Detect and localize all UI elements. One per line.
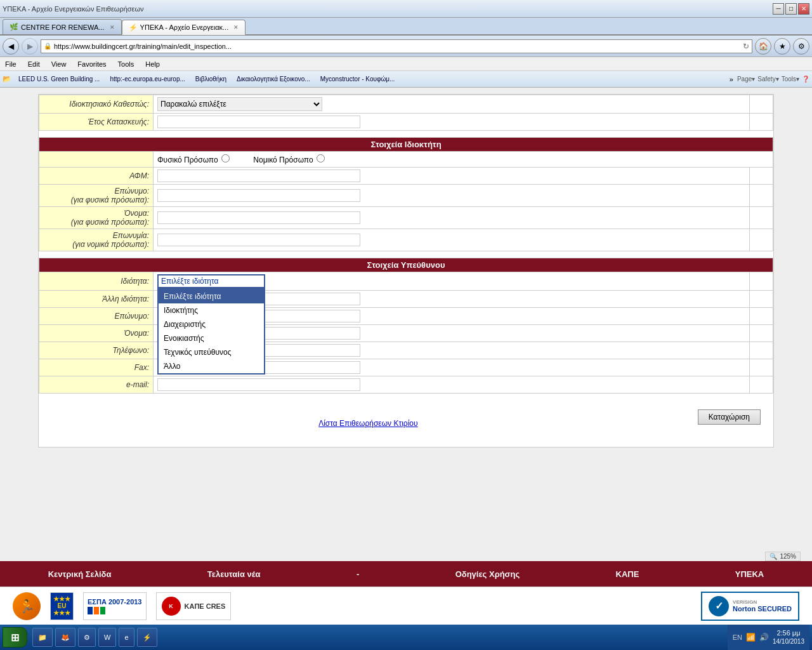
label-eponymia-text: Επωνυμία: [113, 231, 149, 240]
form-idioktiti: Στοιχεία Ιδιοκτήτη Φυσικό Πρόσωπο Νομικό… [39, 137, 773, 251]
bookmark-1[interactable]: http:-ec.europa.eu-europ... [107, 74, 188, 84]
word-icon: W [104, 633, 110, 641]
close-button[interactable]: ✕ [798, 3, 809, 15]
radio-fysiko[interactable] [221, 154, 230, 162]
input-etos[interactable] [157, 116, 360, 128]
logo-group-left: 🏃 ★★★EU★★★ ΕΣΠΑ 2007-2013 [13, 592, 231, 620]
window-title: ΥΠΕΚΑ - Αρχείο Ενεργειακών Επιθεωρήσεων [3, 5, 144, 13]
footer-item-1[interactable]: Τελευταία νέα [201, 569, 267, 579]
tab-2[interactable]: ⚡ ΥΠΕΚΑ - Αρχείο Ενεργειακ... ✕ [122, 20, 246, 35]
dropdown-option-5[interactable]: Άλλο [159, 359, 264, 373]
tab-2-close[interactable]: ✕ [233, 24, 239, 30]
cell-email-extra [750, 376, 773, 394]
select-idioktisiako[interactable]: Παρακαλώ επιλέξτε [157, 97, 322, 111]
input-onoma[interactable] [157, 211, 360, 224]
norton-text-area: VERISIGN Norton SECURED [733, 599, 792, 613]
idiothta-selected-text: Επιλέξτε ιδιότητα [161, 277, 219, 286]
home-button[interactable]: 🏠 [755, 38, 771, 55]
menu-view[interactable]: View [49, 59, 69, 69]
refresh-icon[interactable]: ↻ [743, 42, 749, 51]
kape-text-area: ΚΑΠΕ CRES [185, 602, 226, 610]
kataxorisi-button[interactable]: Καταχώριση [698, 409, 761, 425]
taskbar-ie[interactable]: e [119, 628, 134, 647]
norton-checkmark: ✓ [709, 596, 729, 616]
bookmark-3[interactable]: Δικαιολογητικά Εξοικονο... [233, 74, 313, 84]
dropdown-option-4[interactable]: Τεχνικός υπεύθυνος [159, 345, 264, 359]
bar1 [88, 607, 93, 614]
cell-eponymia [154, 229, 750, 251]
label-onoma: Όνομα: (για φυσικά πρόσωπα): [39, 207, 154, 229]
dropdown-option-2[interactable]: Διαχειριστής [159, 317, 264, 331]
dropdown-option-0[interactable]: Επιλέξτε ιδιότητα [159, 289, 264, 303]
dropdown-container: Επιλέξτε ιδιότητα Επιλέξτε ιδιότητα Ιδιο… [157, 274, 265, 288]
espa-text: ΕΣΠΑ 2007-2013 [88, 598, 142, 606]
label-onoma-text: Όνομα: [124, 209, 149, 218]
more-bookmarks[interactable]: » [730, 76, 733, 83]
minimize-button[interactable]: ─ [773, 3, 784, 15]
forward-button[interactable]: ▶ [22, 38, 38, 55]
bookmark-0[interactable]: LEED U.S. Green Building ... [15, 74, 103, 84]
settings-button[interactable]: ⚙ [793, 38, 809, 55]
tab-1[interactable]: 🌿 CENTRE FOR RENEWA... ✕ [3, 19, 122, 34]
back-button[interactable]: ◀ [3, 38, 19, 55]
cell-empty1 [750, 95, 773, 114]
menu-tools[interactable]: Tools [115, 59, 137, 69]
dropdown-option-1[interactable]: Ιδιοκτήτης [159, 303, 264, 317]
form-ypeuthinos: Στοιχεία Υπεύθυνου Ιδιότητα: Επιλέξτε ιδ… [39, 258, 773, 394]
cell-afm [154, 168, 750, 185]
header-ypeuthinos: Στοιχεία Υπεύθυνου [39, 258, 773, 272]
cell-eponimo [154, 185, 750, 207]
input-eponimo[interactable] [157, 189, 360, 202]
menu-favorites[interactable]: Favorites [75, 59, 108, 69]
clock-area: 2:56 μμ 14/10/2013 [773, 629, 804, 645]
cell-onoma [154, 207, 750, 229]
tab-1-label: CENTRE FOR RENEWA... [21, 23, 105, 31]
idiothta-select[interactable]: Επιλέξτε ιδιότητα [157, 274, 265, 288]
bookmarks-icon: 📂 [3, 75, 11, 83]
cell-empty2 [750, 114, 773, 131]
start-button[interactable]: ⊞ [3, 627, 27, 647]
taskbar-word[interactable]: W [98, 628, 116, 647]
menu-file[interactable]: File [3, 59, 19, 69]
windows-logo: ⊞ [11, 632, 19, 644]
radio-nomiko[interactable] [317, 154, 325, 162]
firefox-icon: 🦊 [61, 633, 70, 642]
label-eponimo2: Επώνυμο: [39, 308, 154, 325]
lista-link[interactable]: Λίστα Επιθεωρήσεων Κτιρίου [318, 419, 417, 428]
menu-help[interactable]: Help [143, 59, 162, 69]
url-input[interactable] [54, 43, 740, 50]
lock-icon: 🔒 [44, 43, 51, 50]
footer-item-3[interactable]: Οδηγίες Χρήσης [449, 569, 527, 579]
taskbar-chrome[interactable]: ⚙ [78, 628, 96, 647]
espa-content: ΕΣΠΑ 2007-2013 [88, 598, 142, 614]
footer-item-0[interactable]: Κεντρική Σελίδα [42, 569, 118, 579]
help-icon: ❓ [802, 76, 809, 83]
input-eponymia[interactable] [157, 234, 360, 246]
dropdown-option-3[interactable]: Ενοικιαστής [159, 331, 264, 345]
input-email[interactable] [157, 378, 360, 391]
taskbar-explorer[interactable]: 📁 [32, 628, 53, 647]
label-etos: Έτος Κατασκευής: [39, 114, 154, 131]
label-afm: ΑΦΜ: [39, 168, 154, 185]
input-afm[interactable] [157, 169, 360, 182]
footer-item-4[interactable]: ΚΑΠΕ [610, 569, 646, 579]
cell-eponymia-extra [750, 229, 773, 251]
taskbar-firefox[interactable]: 🦊 [55, 628, 75, 647]
page-inner: Ιδιοκτησιακό Καθεστώς: Παρακαλώ επιλέξτε… [38, 94, 774, 448]
bookmark-4[interactable]: Myconstructor - Κουφώμ... [317, 74, 398, 84]
norton-label: Norton SECURED [733, 605, 792, 613]
logos-bar: 🏃 ★★★EU★★★ ΕΣΠΑ 2007-2013 [0, 587, 812, 625]
star-button[interactable]: ★ [774, 38, 790, 55]
bar2 [94, 607, 99, 614]
bookmark-2[interactable]: Βιβλιοθήκη [192, 74, 230, 84]
label-idioktisiako: Ιδιοκτησιακό Καθεστώς: [39, 95, 154, 114]
label-eponymia: Επωνυμία: (για νομικά πρόσωπα): [39, 229, 154, 251]
footer-nav: Κεντρική Σελίδα Τελευταία νέα - Οδηγίες … [0, 561, 812, 587]
bottom-spacer [39, 434, 773, 447]
menu-edit[interactable]: Edit [25, 59, 43, 69]
footer-item-5[interactable]: ΥΠΕΚΑ [729, 569, 771, 579]
tab-1-close[interactable]: ✕ [110, 24, 115, 30]
taskbar-app[interactable]: ⚡ [137, 628, 157, 647]
safety-label: Safety▾ [757, 76, 778, 83]
maximize-button[interactable]: □ [785, 3, 797, 15]
